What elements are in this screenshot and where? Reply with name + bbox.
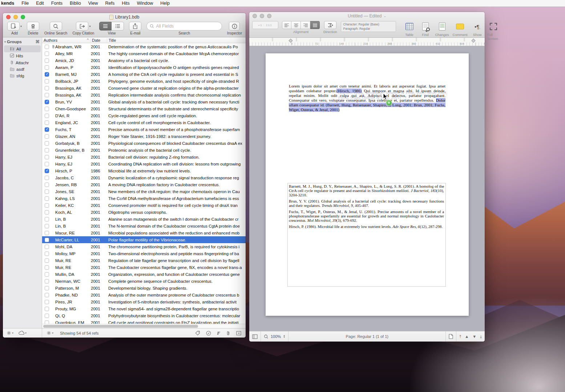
document-page[interactable]: Lorem ipsum dolor sit amet cum tenetur a… [266, 53, 469, 316]
reference-checkbox[interactable] [45, 58, 49, 63]
reference-checkbox[interactable] [45, 238, 49, 242]
reference-checkbox[interactable] [45, 272, 49, 277]
table-row[interactable]: Brun, YV2001Global analysis of a bacteri… [42, 98, 246, 105]
table-row[interactable]: Fuchs, T2001Precise amounts of a novel m… [42, 126, 246, 133]
reference-checkbox[interactable] [45, 300, 49, 304]
table-row[interactable]: Molloy, MP2001Two-dimensional electropho… [42, 250, 246, 257]
reference-checkbox[interactable] [45, 231, 49, 235]
inspector-button[interactable] [229, 22, 240, 30]
minimize-button[interactable] [13, 15, 18, 19]
table-row[interactable]: Quardokus, EM2001Cell cycle and position… [42, 319, 246, 324]
table-row[interactable]: Alley, MR2001The highly conserved domain… [42, 50, 246, 57]
ruler[interactable]: 072144216288360432504576 [249, 38, 485, 46]
table-row[interactable]: Muir, RE2001The Caulobacter crescentus f… [42, 264, 246, 271]
reference-checkbox[interactable] [45, 121, 49, 125]
zoom-button[interactable] [267, 14, 271, 18]
menu-item-window[interactable]: Window [133, 1, 157, 6]
align-left-button[interactable] [282, 21, 291, 29]
find-button[interactable] [419, 21, 432, 32]
table-row[interactable]: Muir, RE2001Regulation of late flagellar… [42, 257, 246, 264]
menu-item-help[interactable]: Help [157, 1, 173, 6]
table-row[interactable]: Nierman, WC2001Complete genome sequence … [42, 278, 246, 285]
column-header-date[interactable]: Date [90, 38, 107, 42]
view-detail-button[interactable] [112, 22, 124, 30]
reference-checkbox[interactable] [45, 65, 49, 70]
reference-checkbox[interactable] [45, 245, 49, 249]
reference-checkbox[interactable] [45, 183, 49, 187]
go-first-page-button[interactable]: ⤒ [459, 334, 461, 339]
table-row[interactable]: Kahng, LS2001The CcrM DNA methyltransfer… [42, 195, 246, 202]
sync-menu[interactable]: ▾ [19, 331, 27, 335]
table-row[interactable]: Gorbatyuk, B2001Physiological consequenc… [42, 140, 246, 147]
full-screen-button[interactable] [487, 21, 500, 32]
column-header-title[interactable]: Title [107, 38, 246, 42]
zoom-stepper[interactable]: ▲▼ [283, 335, 285, 338]
zoom-control[interactable]: 100% ▲▼ [264, 334, 285, 339]
table-row[interactable]: Brassinga, AK2001Replication intermediat… [42, 91, 246, 98]
reference-checkbox[interactable] [45, 293, 49, 297]
reference-checkbox[interactable] [45, 86, 49, 90]
reference-checkbox[interactable] [45, 286, 49, 290]
table-row[interactable]: Chen-Goodspee2001Structural determinants… [42, 105, 246, 112]
reference-checkbox[interactable] [45, 107, 49, 111]
bibliography-text[interactable]: Barnett, M. J., Hung, D. Y., Reisenauer,… [288, 183, 445, 229]
reference-checkbox[interactable] [45, 93, 49, 97]
paperclip-icon[interactable] [226, 331, 230, 336]
reference-checkbox[interactable] [45, 210, 49, 215]
table-row[interactable]: Harry, EJ2001Bacterial cell division: re… [42, 154, 246, 160]
line-spacing-buttons[interactable]: ⌐1 : Ξ1Ξ [252, 21, 278, 29]
reference-checkbox[interactable] [45, 217, 49, 221]
minimize-button[interactable] [260, 14, 264, 18]
table-row[interactable]: Brassinga, AK2001Conserved gene cluster … [42, 85, 246, 91]
reference-checkbox[interactable] [45, 320, 49, 324]
menu-item-view[interactable]: View [85, 1, 102, 6]
page-thumbnail-icon[interactable] [449, 334, 453, 339]
reference-checkbox[interactable] [45, 100, 49, 104]
table-row[interactable]: Prouty, MG2001The novel sigma54- and sig… [42, 305, 246, 312]
table-row[interactable]: Hirsch, P1986Microbial life at extremely… [42, 167, 246, 174]
comment-button[interactable] [454, 21, 466, 32]
sidebar-action-menu[interactable]: ▾ [7, 331, 13, 335]
reference-checkbox[interactable] [45, 307, 49, 311]
style-summary-box[interactable]: Character: Regular (Base) Paragraph: Reg… [341, 21, 396, 32]
table-row[interactable]: Abraham, WR2001Determination of the syst… [42, 43, 246, 50]
zoom-button[interactable] [21, 15, 25, 19]
table-row[interactable]: Macur, RE2001Microbial populations assoc… [42, 229, 246, 236]
menu-item-edit[interactable]: Edit [32, 1, 48, 6]
table-row[interactable]: Keiler, KC2001Conserved promoter motif i… [42, 202, 246, 209]
add-reference-button[interactable] [7, 22, 20, 30]
table-row[interactable]: Grunenfelder, B2001Proteomic analysis of… [42, 147, 246, 154]
add-dropdown-chevron[interactable]: ▾ [20, 25, 22, 28]
menu-item-refs[interactable]: Refs [102, 1, 118, 6]
groups-header[interactable]: ▾ Groups ⌘ [3, 38, 42, 45]
reference-checkbox[interactable] [45, 155, 49, 159]
panel-toggle-icon[interactable] [236, 331, 241, 335]
document-titlebar[interactable]: Untitled — Edited ⌄ [249, 12, 485, 20]
table-row[interactable]: Harry, EJ2001Coordinating DNA replicatio… [42, 160, 246, 167]
reference-checkbox[interactable] [45, 314, 49, 318]
table-row[interactable]: Jacobs, C2001Dynamic localization of a c… [42, 174, 246, 181]
title-dropdown-chevron[interactable]: ⌄ [383, 14, 386, 18]
reference-checkbox[interactable] [45, 189, 49, 194]
tag-icon[interactable] [195, 331, 200, 336]
table-row[interactable]: Mullin, DA2001Organization, expression, … [42, 271, 246, 278]
reference-checkbox[interactable] [45, 279, 49, 283]
table-row[interactable]: Pires, JR2001Investigation of 5-nitrofur… [42, 298, 246, 305]
reference-checkbox[interactable] [45, 196, 49, 201]
horizontal-scrollbar[interactable] [42, 324, 246, 328]
go-next-page-button[interactable]: ▼ [472, 334, 476, 339]
reference-checkbox[interactable] [45, 176, 49, 180]
edit-icon[interactable] [206, 331, 211, 336]
column-header-authors[interactable]: Authors ^ [42, 38, 90, 42]
menu-item-fonts[interactable]: Fonts [48, 1, 66, 6]
reference-checkbox[interactable] [45, 141, 49, 146]
reference-checkbox[interactable] [45, 79, 49, 83]
table-row[interactable]: Bollback, JP2001Phylogeny, genome evolut… [42, 78, 246, 85]
align-right-button[interactable] [301, 21, 310, 29]
reference-checkbox[interactable] [45, 169, 49, 173]
show-button[interactable]: •¶, [471, 21, 484, 32]
table-row[interactable]: Koch, AL2001Oligotrophs versus copiotrop… [42, 209, 246, 216]
list-action-menu[interactable]: ▾ [47, 331, 53, 335]
go-previous-page-button[interactable]: ▲ [465, 334, 469, 339]
table-row[interactable]: D'Ari, R2001Cycle-regulated genes and ce… [42, 112, 246, 119]
